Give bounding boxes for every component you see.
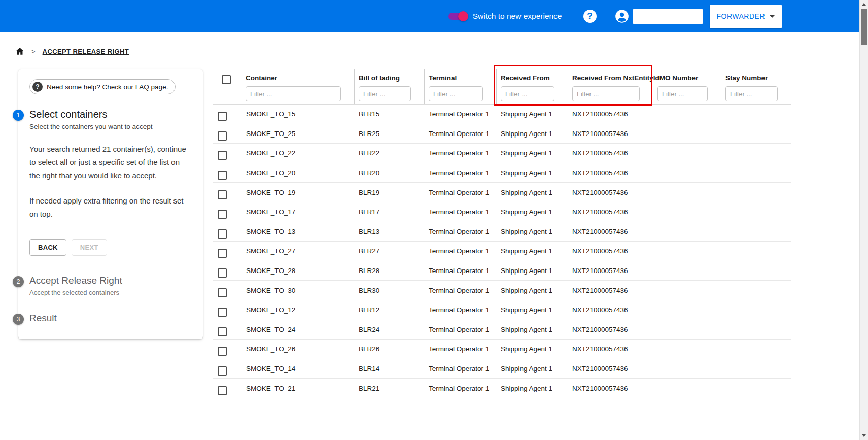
row-checkbox-cell (213, 184, 241, 201)
breadcrumb: > ACCEPT RELEASE RIGHT (0, 32, 868, 56)
account-icon[interactable] (615, 9, 629, 23)
table-cell: Terminal Operator 1 (424, 267, 496, 275)
row-checkbox[interactable] (218, 249, 227, 258)
row-checkbox[interactable] (218, 131, 227, 141)
table-row[interactable]: SMOKE_TO_12BLR12Terminal Operator 1Shipp… (213, 300, 791, 320)
row-checkbox[interactable] (218, 347, 227, 356)
breadcrumb-current-page[interactable]: ACCEPT RELEASE RIGHT (43, 48, 129, 55)
row-checkbox[interactable] (218, 366, 227, 376)
table-cell: SMOKE_TO_26 (241, 345, 354, 353)
column-filter-input[interactable] (246, 86, 341, 101)
row-checkbox[interactable] (218, 151, 227, 160)
column-filter-input[interactable] (657, 86, 708, 101)
column-header-label: Received From (501, 74, 568, 82)
table-row[interactable]: SMOKE_TO_27BLR27Terminal Operator 1Shipp… (213, 242, 791, 261)
table-row[interactable]: SMOKE_TO_28BLR28Terminal Operator 1Shipp… (213, 261, 791, 281)
table-row[interactable]: SMOKE_TO_26BLR26Terminal Operator 1Shipp… (213, 340, 791, 359)
table-row[interactable]: SMOKE_TO_21BLR21Terminal Operator 1Shipp… (213, 379, 791, 398)
table-cell: BLR20 (354, 169, 424, 177)
row-checkbox[interactable] (218, 171, 227, 180)
table-row[interactable]: SMOKE_TO_20BLR20Terminal Operator 1Shipp… (213, 163, 791, 183)
column-filter-input[interactable] (725, 86, 778, 101)
step-select-containers: 1 Select containers Select the container… (29, 109, 192, 130)
column-filter-input[interactable] (501, 86, 554, 101)
column-header-label: IMO Number (657, 74, 721, 82)
table-cell: SMOKE_TO_19 (241, 189, 354, 196)
top-bar: Switch to new experience ? FORWARDER (0, 0, 868, 32)
step-3-title: Result (29, 313, 192, 324)
scrollbar-down-arrow[interactable] (860, 431, 868, 440)
table-cell: Terminal Operator 1 (424, 208, 496, 216)
row-checkbox[interactable] (218, 268, 227, 278)
next-button[interactable]: NEXT (72, 239, 107, 256)
column-header: IMO Number (653, 69, 721, 104)
column-filter-input[interactable] (572, 86, 640, 101)
table-row[interactable]: SMOKE_TO_25BLR25Terminal Operator 1Shipp… (213, 124, 791, 144)
row-checkbox-cell (213, 360, 241, 377)
table-cell: Terminal Operator 1 (424, 228, 496, 235)
table-row[interactable]: SMOKE_TO_19BLR19Terminal Operator 1Shipp… (213, 183, 791, 202)
table-header-row: ContainerBill of ladingTerminalReceived … (213, 69, 791, 105)
table-cell: BLR19 (354, 189, 424, 196)
back-button[interactable]: BACK (29, 239, 66, 256)
table-row[interactable]: SMOKE_TO_17BLR17Terminal Operator 1Shipp… (213, 202, 791, 222)
row-checkbox-cell (213, 282, 241, 299)
table-cell: SMOKE_TO_15 (241, 110, 354, 118)
row-checkbox[interactable] (218, 386, 227, 395)
column-header-label: Received From NxtEntityId (572, 74, 653, 82)
table-row[interactable]: SMOKE_TO_15BLR15Terminal Operator 1Shipp… (213, 105, 791, 124)
table-row[interactable]: SMOKE_TO_24BLR24Terminal Operator 1Shipp… (213, 320, 791, 340)
step-2-badge: 2 (13, 276, 24, 287)
step-2-subtitle: Accept the selected containers (29, 289, 192, 296)
table-row[interactable]: SMOKE_TO_14BLR14Terminal Operator 1Shipp… (213, 359, 791, 379)
column-header: Received From (496, 69, 568, 104)
column-header-label: Container (246, 74, 354, 82)
table-cell: BLR13 (354, 228, 424, 235)
table-row[interactable]: SMOKE_TO_22BLR22Terminal Operator 1Shipp… (213, 144, 791, 163)
row-checkbox[interactable] (218, 190, 227, 199)
table-row[interactable]: SMOKE_TO_30BLR30Terminal Operator 1Shipp… (213, 281, 791, 300)
table-cell: Terminal Operator 1 (424, 110, 496, 118)
table-cell: Shipping Agent 1 (496, 267, 568, 275)
table-cell: BLR15 (354, 110, 424, 118)
main-content: ? Need some help? Check our FAQ page. 1 … (0, 56, 868, 398)
row-checkbox[interactable] (218, 308, 227, 317)
scrollbar-thumb[interactable] (861, 9, 867, 45)
role-dropdown-button[interactable]: FORWARDER (710, 5, 782, 28)
wizard-buttons: BACK NEXT (29, 239, 192, 256)
table-cell: BLR21 (354, 385, 424, 392)
table-cell: Shipping Agent 1 (496, 247, 568, 255)
person-icon (615, 9, 629, 23)
new-experience-toggle[interactable] (448, 13, 467, 20)
topbar-search-input[interactable] (633, 9, 703, 24)
table-cell: Terminal Operator 1 (424, 365, 496, 373)
wizard-card: ? Need some help? Check our FAQ page. 1 … (18, 69, 203, 339)
table-cell: Terminal Operator 1 (424, 287, 496, 294)
filter-paragraph: If needed apply extra filtering on the r… (29, 194, 192, 221)
row-checkbox-cell (213, 380, 241, 397)
row-checkbox-cell (213, 341, 241, 357)
table-cell: Terminal Operator 1 (424, 345, 496, 353)
question-icon: ? (32, 82, 43, 92)
column-filter-input[interactable] (359, 86, 411, 101)
vertical-scrollbar[interactable] (859, 0, 868, 440)
table-cell: Shipping Agent 1 (496, 130, 568, 138)
table-row[interactable]: SMOKE_TO_13BLR13Terminal Operator 1Shipp… (213, 222, 791, 242)
row-checkbox-cell (213, 125, 241, 142)
table-cell: Shipping Agent 1 (496, 306, 568, 314)
table-cell: Shipping Agent 1 (496, 287, 568, 294)
table-cell: SMOKE_TO_12 (241, 306, 354, 314)
scrollbar-up-arrow[interactable] (860, 0, 868, 9)
faq-pill[interactable]: ? Need some help? Check our FAQ page. (29, 79, 176, 94)
home-icon[interactable] (15, 47, 24, 56)
select-all-checkbox[interactable] (222, 75, 231, 84)
row-checkbox[interactable] (218, 288, 227, 297)
table-cell: Terminal Operator 1 (424, 130, 496, 138)
column-filter-input[interactable] (429, 86, 483, 101)
help-icon[interactable]: ? (583, 10, 597, 23)
row-checkbox[interactable] (218, 210, 227, 219)
row-checkbox[interactable] (218, 112, 227, 121)
table-cell: Shipping Agent 1 (496, 169, 568, 177)
row-checkbox[interactable] (218, 327, 227, 336)
row-checkbox[interactable] (218, 229, 227, 239)
